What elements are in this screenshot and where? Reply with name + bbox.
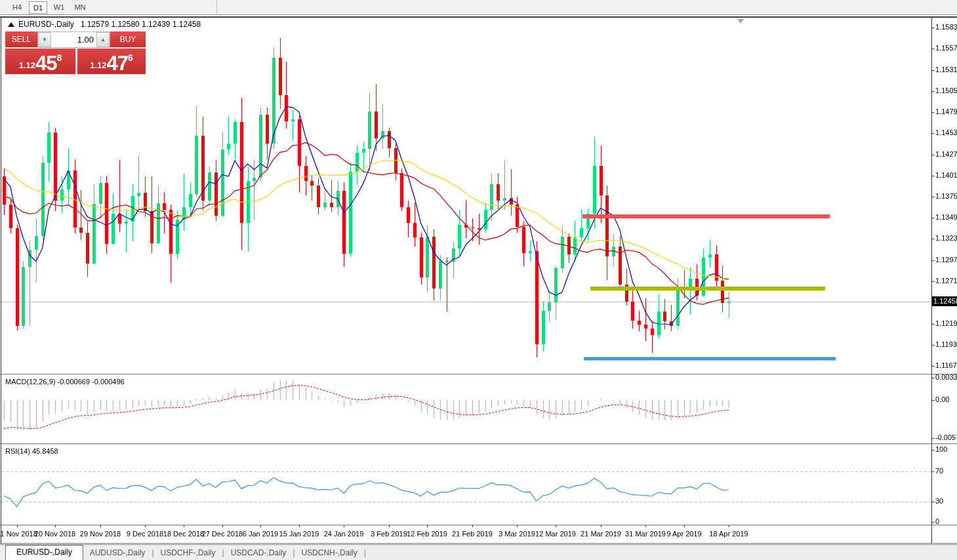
timeframe-tab-d1[interactable]: D1	[29, 1, 47, 14]
sell-button[interactable]: SELL	[5, 31, 37, 48]
symbol-tab-usdcad[interactable]: USDCAD-,Daily	[224, 547, 293, 559]
timeframe-tab-h4[interactable]: H4	[8, 1, 26, 14]
bid-prefix: 1.12	[19, 60, 35, 70]
symbol-tab-separator: |	[364, 548, 366, 557]
date-axis-label: 11 Nov 2018	[0, 530, 37, 538]
price-axis-label: 1.12190	[935, 319, 957, 327]
timeframe-tab-w1[interactable]: W1	[50, 1, 68, 14]
price-axis-label: 1.14010	[935, 171, 957, 179]
date-axis-label: 21 Mar 2019	[580, 530, 621, 538]
volume-control: ▼ ▲	[37, 31, 110, 48]
volume-dropdown-icon[interactable]: ▼	[38, 32, 51, 47]
date-axis-label: 9 Apr 2019	[666, 530, 701, 538]
date-axis-label: 15 Jan 2019	[279, 530, 319, 538]
price-axis-label: 1.15310	[935, 66, 957, 73]
date-axis-label: 21 Feb 2019	[452, 530, 493, 538]
price-axis-label: 1.11670	[935, 361, 957, 369]
chart-ohlc-quote: 1.12579 1.12580 1.12439 1.12458	[81, 20, 201, 29]
macd-axis-label: 0.003386	[935, 373, 957, 381]
date-axis-label: 9 Dec 2018	[127, 530, 163, 538]
ask-price-button[interactable]: 1.12 47 6	[77, 49, 146, 74]
date-axis-label: 24 Jan 2019	[324, 530, 364, 538]
rsi-axis-label: 30	[935, 497, 943, 505]
date-axis-label: 31 Mar 2019	[625, 530, 666, 538]
volume-input[interactable]	[51, 32, 96, 47]
date-axis-label: 3 Mar 2019	[499, 530, 535, 538]
price-axis-label: 1.12970	[935, 256, 957, 264]
price-axis-label: 1.14270	[935, 150, 957, 158]
rsi-axis-label: 70	[935, 467, 943, 475]
symbol-tab-usdcnh[interactable]: USDCNH-,Daily	[295, 547, 363, 559]
ask-prefix: 1.12	[90, 60, 106, 70]
rsi-axis-label: 100	[935, 445, 947, 453]
symbol-tab-audusd[interactable]: AUDUSD-,Daily	[83, 547, 152, 559]
bid-price-button[interactable]: 1.12 45 8	[5, 49, 75, 74]
rsi-panel-title: RSI(14) 45.8458	[5, 447, 58, 455]
date-axis-label: 18 Dec 2018	[163, 530, 204, 538]
toolbar-divider	[216, 0, 217, 15]
macd-axis-label: -0.00574	[935, 433, 957, 441]
date-axis-label: 3 Feb 2019	[371, 530, 407, 538]
date-axis-label: 12 Feb 2019	[407, 530, 447, 538]
timeframe-tab-mn[interactable]: MN	[71, 1, 89, 14]
date-axis-label: 20 Nov 2018	[35, 530, 75, 538]
price-axis-label: 1.13490	[935, 213, 957, 221]
symbol-tab-bar: EURUSD-,Daily AUDUSD-,Daily | USDCHF-,Da…	[0, 544, 957, 560]
date-axis-label: 18 Apr 2019	[709, 530, 748, 538]
price-axis-label: 1.13230	[935, 234, 957, 242]
timeframe-toolbar: H4 D1 W1 MN	[0, 0, 957, 15]
date-axis-label: 12 Mar 2019	[535, 530, 576, 538]
one-click-trade-panel: SELL ▼ ▲ BUY 1.12 45 8 1.12 47 6	[5, 31, 146, 74]
date-axis-label: 27 Dec 2018	[202, 530, 243, 538]
price-axis-label: 1.14790	[935, 108, 957, 115]
current-price-tag: 1.12458	[932, 296, 957, 306]
price-axis-label: 1.12710	[935, 277, 957, 285]
price-axis-label: 1.15570	[935, 44, 957, 52]
collapse-panel-icon[interactable]	[8, 22, 14, 27]
price-axis-label: 1.15830	[935, 23, 957, 31]
ask-pipette: 6	[128, 52, 133, 63]
bid-big-digits: 45	[35, 55, 56, 72]
price-axis-label: 1.11930	[935, 340, 957, 348]
macd-panel-title: MACD(12,26,9) -0.000669 -0.000496	[5, 378, 125, 386]
price-axis-label: 1.15050	[935, 87, 957, 94]
macd-axis-label: 0.00	[935, 395, 949, 403]
scroll-to-end-marker-icon[interactable]	[737, 19, 744, 24]
chart-symbol-title: EURUSD-,Daily	[18, 20, 74, 29]
rsi-axis-label: 0	[935, 517, 939, 525]
chart-canvas[interactable]	[0, 0, 957, 560]
buy-button[interactable]: BUY	[110, 31, 146, 48]
ask-big-digits: 47	[107, 55, 128, 72]
application-window: H4 D1 W1 MN EURUSD-,Daily1.12579 1.12580…	[0, 0, 957, 560]
volume-increase-icon[interactable]: ▲	[96, 32, 110, 47]
price-axis-label: 1.14530	[935, 129, 957, 136]
price-axis-label: 1.13750	[935, 192, 957, 200]
chart-header: EURUSD-,Daily1.12579 1.12580 1.12439 1.1…	[8, 20, 201, 29]
bid-pipette: 8	[57, 52, 62, 63]
date-axis-label: 29 Nov 2018	[80, 530, 121, 538]
date-axis-label: 6 Jan 2019	[243, 530, 278, 538]
chart-top-edge	[0, 16, 957, 18]
symbol-tab-usdchf[interactable]: USDCHF-,Daily	[154, 547, 222, 559]
symbol-tab-eurusd[interactable]: EURUSD-,Daily	[5, 545, 83, 560]
